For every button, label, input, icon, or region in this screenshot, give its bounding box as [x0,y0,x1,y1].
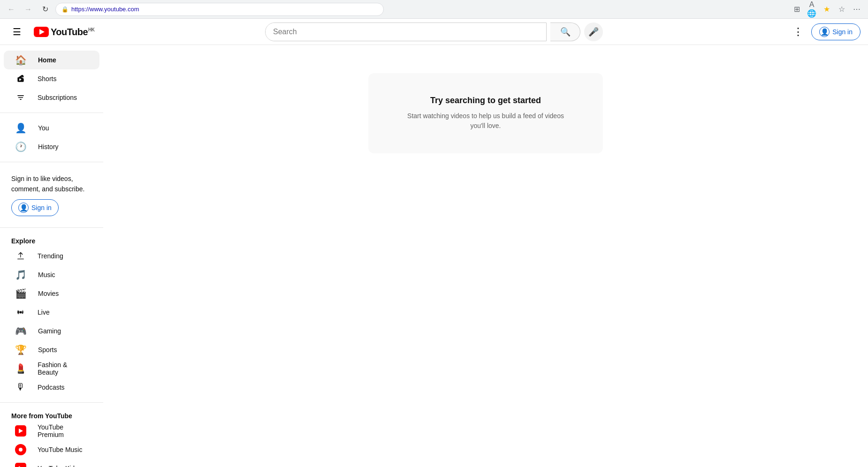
body: 🏠 Home Shorts Subscriptions 👤 You [0,45,868,467]
explore-section-title: Explore [0,234,103,247]
shorts-icon [15,74,26,83]
microphone-icon: 🎤 [588,27,599,37]
address-bar[interactable]: 🔒 https://www.youtube.com [55,3,384,16]
more-tools-button[interactable]: ⋯ [850,3,863,16]
you-icon: 👤 [15,122,27,134]
sidebar-item-movies[interactable]: 🎬 Movies [4,284,99,303]
sidebar-item-trending-label: Trending [38,252,63,260]
sidebar-item-sports-label: Sports [38,346,57,354]
sidebar-item-youtube-premium-label: YouTube Premium [38,423,88,438]
sidebar-item-youtube-music[interactable]: YouTube Music [4,440,99,459]
translate-button[interactable]: A🌐 [805,3,818,16]
history-icon: 🕐 [15,141,27,152]
empty-state-subtitle: Start watching videos to help us build a… [406,111,565,131]
youtube-logo-text: YouTubeHK [51,27,95,37]
sidebar-item-home[interactable]: 🏠 Home [4,51,99,69]
youtube-logo-icon [34,27,49,37]
search-icon: 🔍 [560,27,571,37]
sidebar-item-gaming-label: Gaming [38,327,61,335]
sidebar: 🏠 Home Shorts Subscriptions 👤 You [0,45,103,467]
fashion-beauty-icon: 💄 [15,363,26,374]
header-left: ☰ YouTubeHK [8,23,101,41]
sidebar-item-youtube-music-label: YouTube Music [38,446,82,453]
header: ☰ YouTubeHK 🔍 🎤 ⋮ [0,19,868,45]
sidebar-item-music-label: Music [38,271,55,279]
live-icon [15,308,26,317]
lock-icon: 🔒 [61,6,69,13]
search-box [265,23,547,41]
signin-prompt-text: Sign in to like videos, comment, and sub… [11,175,84,193]
reading-list-button[interactable]: ☆ [835,3,848,16]
sidebar-item-gaming[interactable]: 🎮 Gaming [4,322,99,340]
header-right: ⋮ 👤 Sign in [767,23,860,41]
sidebar-item-subscriptions-label: Subscriptions [38,94,77,101]
sidebar-divider-4 [0,402,103,403]
sidebar-item-live-label: Live [38,309,50,316]
sidebar-item-podcasts-label: Podcasts [38,384,65,391]
empty-state-title: Try searching to get started [406,96,565,105]
url-text: https://www.youtube.com [71,6,139,13]
sports-icon: 🏆 [15,344,27,355]
youtube-app: ☰ YouTubeHK 🔍 🎤 ⋮ [0,19,868,467]
sidebar-item-home-label: Home [38,56,56,64]
music-icon: 🎵 [15,269,27,280]
sidebar-item-youtube-kids-label: YouTube Kids [38,465,78,467]
user-circle-icon: 👤 [819,27,830,37]
sidebar-item-youtube-kids[interactable]: YouTube Kids [4,459,99,467]
sidebar-item-youtube-premium[interactable]: YouTube Premium [4,422,99,440]
sidebar-item-sports[interactable]: 🏆 Sports [4,340,99,359]
sidebar-item-shorts-label: Shorts [38,75,56,83]
extensions-button[interactable]: ⊞ [790,3,803,16]
sidebar-item-history-label: History [38,143,59,151]
youtube-premium-icon [15,425,26,437]
voice-search-button[interactable]: 🎤 [584,23,603,41]
youtube-music-icon [15,444,26,455]
sidebar-item-fashion-beauty[interactable]: 💄 Fashion & Beauty [4,359,99,378]
sidebar-divider-1 [0,113,103,113]
more-from-youtube-title: More from YouTube [0,408,103,422]
youtube-logo[interactable]: YouTubeHK [34,27,95,37]
gaming-icon: 🎮 [15,325,27,337]
sidebar-item-music[interactable]: 🎵 Music [4,265,99,284]
sidebar-divider-2 [0,162,103,162]
sidebar-signin-button[interactable]: 👤 Sign in [11,199,59,216]
search-input[interactable] [266,23,546,41]
movies-icon: 🎬 [15,288,27,299]
sidebar-item-you-label: You [38,124,49,132]
back-button[interactable]: ← [5,3,18,16]
svg-point-0 [20,311,22,313]
bookmark-button[interactable]: ★ [820,3,833,16]
sidebar-divider-3 [0,227,103,228]
sidebar-item-you[interactable]: 👤 You [4,119,99,137]
sidebar-item-shorts[interactable]: Shorts [4,69,99,88]
sidebar-item-fashion-beauty-label: Fashion & Beauty [38,361,88,376]
browser-chrome: ← → ↻ 🔒 https://www.youtube.com ⊞ A🌐 ★ ☆… [0,0,868,19]
sidebar-item-history[interactable]: 🕐 History [4,137,99,156]
main-content: Try searching to get started Start watch… [103,45,868,467]
sidebar-item-live[interactable]: Live [4,303,99,322]
more-options-icon: ⋮ [793,26,803,38]
subscriptions-icon [15,93,26,102]
empty-state: Try searching to get started Start watch… [368,73,603,153]
sidebar-item-trending[interactable]: Trending [4,247,99,265]
podcasts-icon: 🎙 [15,382,26,392]
youtube-kids-icon [15,463,26,467]
sidebar-user-icon: 👤 [18,203,29,213]
more-options-button[interactable]: ⋮ [789,23,807,41]
sidebar-signin-section: Sign in to like videos, comment, and sub… [0,168,103,222]
hamburger-icon: ☰ [13,26,21,38]
header-signin-button[interactable]: 👤 Sign in [811,23,860,40]
hamburger-button[interactable]: ☰ [8,23,26,41]
trending-icon [15,251,26,261]
home-icon: 🏠 [15,54,27,66]
sidebar-item-movies-label: Movies [38,290,59,297]
browser-toolbar-right: ⊞ A🌐 ★ ☆ ⋯ [790,3,863,16]
sidebar-item-podcasts[interactable]: 🎙 Podcasts [4,378,99,397]
sidebar-item-subscriptions[interactable]: Subscriptions [4,88,99,107]
reload-button[interactable]: ↻ [38,3,52,16]
header-center: 🔍 🎤 [265,23,603,41]
search-button[interactable]: 🔍 [550,23,580,41]
forward-button[interactable]: → [22,3,35,16]
